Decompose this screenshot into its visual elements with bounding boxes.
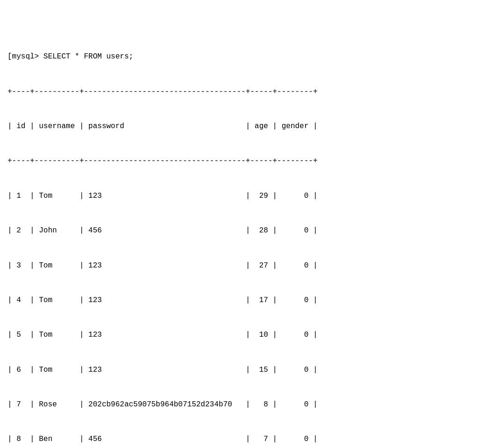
- row-1-1: | 1 | Tom | 123 | 29 | 0 |: [7, 190, 475, 202]
- row-1-2: | 2 | John | 456 | 28 | 0 |: [7, 225, 475, 237]
- header-1: | id | username | password | age | gende…: [7, 121, 475, 132]
- row-1-6: | 6 | Tom | 123 | 15 | 0 |: [7, 364, 475, 376]
- row-1-5: | 5 | Tom | 123 | 10 | 0 |: [7, 329, 475, 341]
- row-1-8: | 8 | Ben | 456 | 7 | 0 |: [7, 434, 475, 445]
- terminal-output: [mysql> SELECT * FROM users; +----+-----…: [7, 5, 475, 448]
- prompt-1: [mysql> SELECT * FROM users;: [7, 51, 475, 63]
- row-1-3: | 3 | Tom | 123 | 27 | 0 |: [7, 260, 475, 272]
- select-block-1: [mysql> SELECT * FROM users; +----+-----…: [7, 28, 475, 448]
- row-1-4: | 4 | Tom | 123 | 17 | 0 |: [7, 295, 475, 306]
- sep1-1: +----+----------+-----------------------…: [7, 86, 475, 98]
- sep2-1: +----+----------+-----------------------…: [7, 155, 475, 167]
- row-1-7: | 7 | Rose | 202cb962ac59075b964b07152d2…: [7, 399, 475, 411]
